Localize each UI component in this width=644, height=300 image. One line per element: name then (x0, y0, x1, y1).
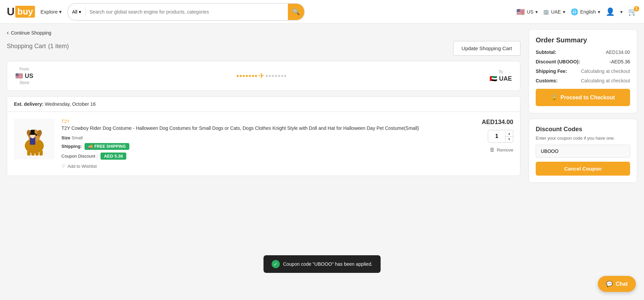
delivery-date: Wednesday, October 16 (45, 101, 96, 107)
quantity-input[interactable] (488, 130, 505, 142)
item-right: AED134.00 ▲ ▼ 🗑 Remove (482, 119, 513, 153)
back-chevron-icon (7, 29, 9, 36)
language-selector-button[interactable]: 🌐 English (571, 8, 600, 16)
header: U buy Explore All 🔍 🇺🇸 US 🏢 UAE 🌐 Englis (0, 0, 644, 24)
dot-g-6 (281, 75, 283, 77)
cart-button[interactable]: 🛒 1 (628, 7, 637, 16)
location-icon: 🏢 (543, 9, 549, 15)
shipping-fee-value: Calculating at checkout (581, 68, 630, 74)
coupon-discount-label: Coupon Discount : (61, 154, 98, 159)
dot-g-3 (272, 75, 274, 77)
svg-rect-10 (31, 130, 35, 134)
delivery-info: Est. delivery: Wednesday, October 16 (7, 97, 520, 112)
checkout-label: Proceed to Checkout (560, 95, 615, 101)
dot-1 (237, 75, 239, 77)
lock-icon: 🔒 (551, 94, 558, 101)
update-cart-button[interactable]: Update Shopping Cart (453, 41, 520, 56)
item-price: AED134.00 (482, 119, 513, 126)
customs-label: Customs: (536, 78, 558, 83)
language-label: English (580, 9, 596, 15)
truck-icon: 🚚 (88, 144, 93, 149)
wishlist-button[interactable]: ♡ Add to Wishlist (61, 164, 97, 169)
explore-chevron-icon (59, 9, 62, 15)
location-code-label: UAE (551, 9, 561, 15)
product-image-svg (16, 120, 53, 158)
item-image (14, 119, 55, 159)
checkout-button[interactable]: 🔒 Proceed to Checkout (536, 89, 630, 106)
country-code-label: US (527, 9, 533, 15)
from-store-label: Store (19, 80, 29, 85)
search-category-button[interactable]: All (68, 6, 86, 17)
back-link[interactable]: Continue Shopping (7, 29, 520, 36)
explore-label: Explore (40, 9, 58, 15)
cart-items-area: Est. delivery: Wednesday, October 16 (7, 96, 520, 176)
country-selector-button[interactable]: 🇺🇸 US (516, 8, 538, 16)
svg-rect-7 (30, 137, 35, 145)
order-summary-title: Order Summary (536, 36, 630, 44)
customs-row: Customs: Calculating at checkout (536, 78, 630, 83)
free-shipping-label: FREE SHIPPING (94, 144, 126, 149)
back-label: Continue Shopping (11, 30, 51, 36)
shipping-label: Shipping: (61, 144, 82, 149)
dot-g-5 (278, 75, 280, 77)
from-country-label: US (25, 73, 33, 80)
quantity-arrows: ▲ ▼ (505, 131, 513, 142)
quantity-up-button[interactable]: ▲ (505, 131, 513, 137)
item-brand: T2Y (61, 119, 475, 124)
svg-rect-11 (27, 150, 31, 156)
remove-button[interactable]: 🗑 Remove (490, 147, 513, 153)
trash-icon: 🗑 (490, 147, 495, 153)
logo[interactable]: U buy (7, 5, 35, 18)
discount-codes-title: Discount Codes (536, 126, 630, 133)
to-flag-icon: 🇦🇪 (490, 75, 497, 82)
search-button[interactable]: 🔍 (288, 4, 304, 20)
free-shipping-badge: 🚚 FREE SHIPPING (85, 143, 129, 150)
right-panel: Order Summary Subtotal: AED134.00 Discou… (529, 29, 637, 183)
search-icon: 🔍 (292, 8, 300, 16)
route-from: From 🇺🇸 US Store (15, 67, 33, 85)
to-label: To (499, 69, 503, 74)
remove-label: Remove (497, 147, 513, 153)
quantity-control: ▲ ▼ (488, 130, 513, 143)
dot-3 (243, 75, 245, 77)
user-chevron-icon (620, 9, 623, 15)
customs-value: Calculating at checkout (581, 78, 630, 83)
left-panel: Continue Shopping Shopping Cart (1 item)… (7, 29, 520, 183)
delivery-label: Est. delivery: (14, 101, 43, 107)
dot-g-2 (269, 75, 271, 77)
subtotal-label: Subtotal: (536, 49, 556, 55)
coupon-discount-badge: AED 5.36 (100, 153, 126, 160)
quantity-down-button[interactable]: ▼ (505, 137, 513, 142)
discount-row: Discount (UBOOO): -AED5.36 (536, 59, 630, 64)
explore-button[interactable]: Explore (40, 9, 62, 15)
logo-buy-text: buy (15, 6, 35, 18)
dot-g-7 (284, 75, 286, 77)
discount-codes-description: Enter your coupon code if you have one. (536, 136, 630, 141)
cancel-coupon-button[interactable]: Cancel Coupon (536, 162, 630, 176)
svg-point-5 (36, 134, 37, 136)
main-content: Continue Shopping Shopping Cart (1 item)… (0, 24, 644, 188)
search-category-label: All (72, 9, 77, 15)
dot-4 (246, 75, 248, 77)
search-input[interactable] (86, 6, 288, 17)
cart-badge: 1 (634, 6, 639, 12)
item-name: T2Y Cowboy Rider Dog Costume - Halloween… (61, 125, 475, 132)
us-flag-icon: 🇺🇸 (516, 8, 525, 16)
search-bar: All 🔍 (67, 3, 305, 21)
dot-g-4 (275, 75, 277, 77)
user-icon[interactable]: 👤 (606, 7, 615, 16)
route-to: To 🇦🇪 UAE (490, 69, 512, 82)
svg-rect-14 (39, 150, 43, 156)
svg-rect-13 (35, 150, 39, 156)
item-size: SizeSmall (61, 135, 475, 140)
route-dots-right (266, 75, 286, 77)
location-selector-button[interactable]: 🏢 UAE (543, 9, 565, 15)
item-details: T2Y T2Y Cowboy Rider Dog Costume - Hallo… (61, 119, 475, 169)
to-country-label: UAE (499, 75, 512, 82)
coupon-input[interactable] (536, 145, 630, 158)
cart-title: Shopping Cart (1 item) (7, 41, 69, 50)
from-label: From (20, 67, 29, 72)
discount-label: Discount (UBOOO): (536, 59, 580, 64)
shipping-route: From 🇺🇸 US Store ✈ (7, 61, 520, 91)
subtotal-row: Subtotal: AED134.00 (536, 49, 630, 55)
